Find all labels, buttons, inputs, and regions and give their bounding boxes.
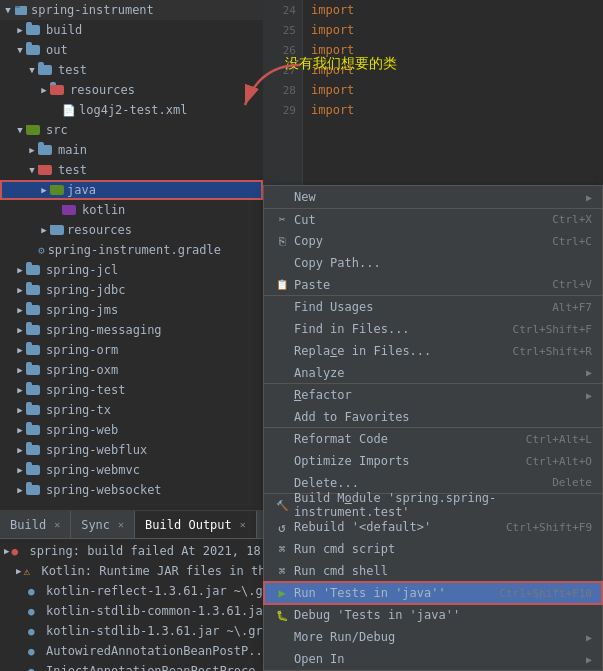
expand-arrow (38, 184, 50, 196)
tree-item-out[interactable]: out (0, 40, 263, 60)
tree-item-resources2[interactable]: resources (0, 220, 263, 240)
folder-icon (26, 425, 40, 435)
tree-item-spring-webmvc[interactable]: spring-webmvc (0, 460, 263, 480)
tab-build[interactable]: Build ✕ (0, 511, 71, 538)
tree-item-resources[interactable]: resources (0, 80, 263, 100)
menu-item-new[interactable]: New ▶ (264, 186, 602, 208)
code-line: import (303, 80, 603, 100)
tree-item-spring-jms[interactable]: spring-jms (0, 300, 263, 320)
tree-item-test-out[interactable]: test (0, 60, 263, 80)
item-label: spring-webmvc (46, 463, 140, 477)
item-label: main (58, 143, 87, 157)
item-label: spring-messaging (46, 323, 162, 337)
menu-item-copy[interactable]: Copy Ctrl+C (264, 230, 602, 252)
find-files-icon (274, 321, 290, 337)
tree-root[interactable]: spring-instrument (0, 0, 263, 20)
item-label: spring-instrument.gradle (48, 243, 221, 257)
tree-item-gradle[interactable]: ⚙ spring-instrument.gradle (0, 240, 263, 260)
menu-item-run-tests[interactable]: Run 'Tests in 'java'' Ctrl+Shift+F10 (264, 582, 602, 604)
menu-item-find-usages[interactable]: Find Usages Alt+F7 (264, 296, 602, 318)
tree-item-build[interactable]: build (0, 20, 263, 40)
folder-icon (26, 265, 40, 275)
item-label: spring-oxm (46, 363, 118, 377)
item-label: spring-orm (46, 343, 118, 357)
item-label: src (46, 123, 68, 137)
tree-item-test-src[interactable]: test (0, 160, 263, 180)
menu-item-refactor[interactable]: Refactor ▶ (264, 384, 602, 406)
menu-item-rebuild[interactable]: Rebuild '<default>' Ctrl+Shift+F9 (264, 516, 602, 538)
menu-item-replace-files[interactable]: Replace in Files... Ctrl+Shift+R (264, 340, 602, 362)
tree-item-spring-messaging[interactable]: spring-messaging (0, 320, 263, 340)
menu-item-cut[interactable]: Cut Ctrl+X (264, 208, 602, 230)
expand-arrow (14, 424, 26, 436)
tree-item-kotlin[interactable]: kotlin (0, 200, 263, 220)
item-label: spring-webflux (46, 443, 147, 457)
expand-arrow (14, 264, 26, 276)
tree-item-spring-web[interactable]: spring-web (0, 420, 263, 440)
tab-sync[interactable]: Sync ✕ (71, 511, 135, 538)
debug-icon (274, 607, 290, 623)
menu-item-paste[interactable]: Paste Ctrl+V (264, 274, 602, 296)
tree-item-java[interactable]: java (0, 180, 263, 200)
menu-item-reformat[interactable]: Reformat Code Ctrl+Alt+L (264, 428, 602, 450)
expand-icon: ▶ (16, 566, 21, 576)
expand-arrow (26, 244, 38, 256)
menu-item-run-cmd-script[interactable]: Run cmd script (264, 538, 602, 560)
folder-java-icon (50, 185, 64, 195)
menu-item-find-files[interactable]: Find in Files... Ctrl+Shift+F (264, 318, 602, 340)
code-line: import (303, 40, 603, 60)
expand-arrow (14, 404, 26, 416)
tree-item-spring-oxm[interactable]: spring-oxm (0, 360, 263, 380)
info-icon (28, 645, 44, 658)
tab-build-label: Build (10, 518, 46, 532)
build-module-icon (274, 497, 290, 513)
line-number: 27 (263, 60, 302, 80)
menu-item-analyze[interactable]: Analyze ▶ (264, 362, 602, 384)
item-label: resources (67, 223, 132, 237)
item-label: spring-websocket (46, 483, 162, 497)
folder-icon (26, 445, 40, 455)
tree-item-spring-jcl[interactable]: spring-jcl (0, 260, 263, 280)
tree-item-spring-jdbc[interactable]: spring-jdbc (0, 280, 263, 300)
tab-build-output[interactable]: Build Output ✕ (135, 511, 257, 538)
paste-icon (274, 277, 290, 293)
tab-build-close[interactable]: ✕ (54, 519, 60, 530)
error-icon (11, 545, 27, 558)
expand-arrow (14, 124, 26, 136)
folder-icon (26, 365, 40, 375)
menu-item-favorites[interactable]: Add to Favorites (264, 406, 602, 428)
item-label: spring-tx (46, 403, 111, 417)
menu-item-debug-tests[interactable]: Debug 'Tests in 'java'' (264, 604, 602, 626)
menu-item-build-module[interactable]: Build Module 'spring.spring-instrument.t… (264, 494, 602, 516)
menu-item-optimize[interactable]: Optimize Imports Ctrl+Alt+O (264, 450, 602, 472)
menu-item-copy-path[interactable]: Copy Path... (264, 252, 602, 274)
build-info-text3: kotlin-stdlib-1.3.61.jar ~\.gradle (46, 624, 292, 638)
tree-item-spring-test[interactable]: spring-test (0, 380, 263, 400)
tree-item-log4j2[interactable]: 📄 log4j2-test.xml (0, 100, 263, 120)
tree-item-src[interactable]: src (0, 120, 263, 140)
menu-item-more-run[interactable]: More Run/Debug ▶ (264, 626, 602, 648)
tab-build-output-close[interactable]: ✕ (240, 519, 246, 530)
expand-arrow (14, 304, 26, 316)
expand-arrow (14, 324, 26, 336)
tree-item-spring-orm[interactable]: spring-orm (0, 340, 263, 360)
menu-item-run-cmd-shell[interactable]: Run cmd shell (264, 560, 602, 582)
tree-item-spring-tx[interactable]: spring-tx (0, 400, 263, 420)
expand-arrow (2, 4, 14, 16)
tree-item-main[interactable]: main (0, 140, 263, 160)
item-label: log4j2-test.xml (79, 103, 187, 117)
menu-item-open-in[interactable]: Open In ▶ (264, 648, 602, 670)
code-line: import (303, 100, 603, 120)
line-number: 28 (263, 80, 302, 100)
expand-arrow (38, 224, 50, 236)
tree-item-spring-websocket[interactable]: spring-websocket (0, 480, 263, 500)
tab-sync-close[interactable]: ✕ (118, 519, 124, 530)
expand-arrow (14, 24, 26, 36)
optimize-icon (274, 453, 290, 469)
line-number: 26 (263, 40, 302, 60)
tree-item-spring-webflux[interactable]: spring-webflux (0, 440, 263, 460)
expand-arrow (14, 284, 26, 296)
tab-sync-label: Sync (81, 518, 110, 532)
expand-arrow (26, 164, 38, 176)
folder-icon (26, 125, 40, 135)
